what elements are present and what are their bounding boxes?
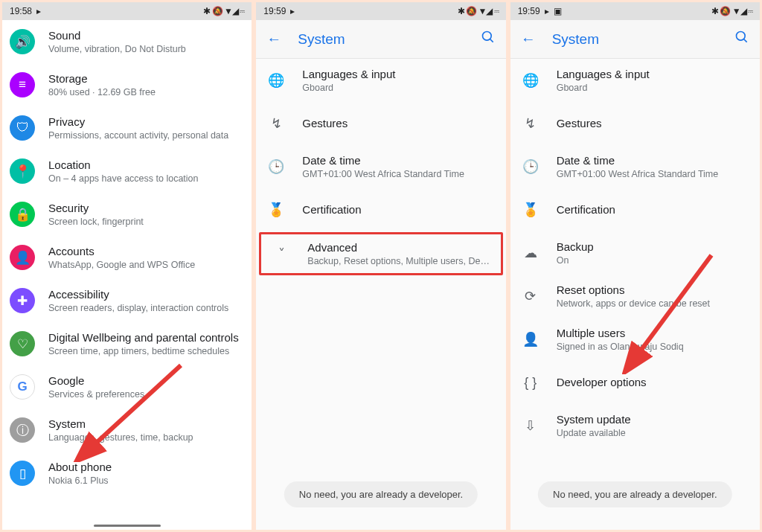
svg-line-4 [743, 39, 746, 42]
item-icon: ↯ [263, 111, 289, 136]
item-title: Certification [557, 202, 749, 217]
item-title: System [48, 417, 241, 432]
item-icon: 🕒 [263, 154, 289, 179]
system-item-reset-options[interactable]: ⟳Reset optionsNetwork, apps or device ca… [510, 275, 760, 318]
item-title: Accessibility [48, 287, 241, 302]
system-item-date-time[interactable]: 🕒Date & timeGMT+01:00 West Africa Standa… [256, 145, 505, 188]
settings-item-about-phone[interactable]: ▯About phoneNokia 6.1 Plus [2, 452, 252, 495]
gallery-icon: ▣ [554, 6, 562, 16]
nav-handle[interactable] [94, 525, 161, 527]
system-item-backup[interactable]: ☁BackupOn [510, 231, 760, 275]
clock: 19:58 [10, 6, 32, 16]
item-subtitle: Screen lock, fingerprint [48, 216, 241, 228]
item-title: Date & time [302, 153, 495, 168]
item-title: Location [48, 158, 241, 173]
item-icon: 🔊 [10, 29, 35, 54]
item-title: Digital Wellbeing and parental controls [48, 330, 241, 345]
item-title: Backup [557, 240, 749, 254]
system-item-gestures[interactable]: ↯Gestures [256, 102, 505, 145]
system-panel-collapsed: 19:59 ▸ ✱ 🔕 ▼◢ ⎓ ← System 🌐Languages & i… [256, 2, 505, 530]
item-icon: ⟳ [518, 283, 543, 309]
item-icon: ↯ [518, 111, 543, 136]
item-title: Reset options [557, 283, 749, 298]
clock: 19:59 [518, 6, 540, 16]
app-bar: ← System [510, 20, 760, 59]
svg-point-3 [736, 32, 745, 41]
system-item-multiple-users[interactable]: 👤Multiple usersSigned in as Olanrewaju S… [510, 318, 760, 361]
item-subtitle: Languages, gestures, time, backup [48, 432, 241, 443]
item-subtitle: Screen time, app timers, bedtime schedul… [48, 345, 241, 357]
settings-item-storage[interactable]: ≡Storage80% used · 12.69 GB free [2, 63, 252, 106]
svg-point-1 [482, 32, 491, 41]
system-item-system-update[interactable]: ⇩System updateUpdate available [510, 404, 760, 447]
item-title: Security [48, 201, 241, 216]
settings-item-location[interactable]: 📍LocationOn – 4 apps have access to loca… [2, 150, 252, 193]
item-subtitle: Volume, vibration, Do Not Disturb [48, 43, 241, 55]
toast: No need, you are already a developer. [284, 481, 478, 507]
item-icon: ⓘ [10, 417, 35, 443]
status-icons: ✱ 🔕 ▼◢ ⎓ [711, 6, 752, 16]
back-button[interactable]: ← [519, 31, 537, 48]
play-icon: ▸ [290, 6, 295, 16]
system-list[interactable]: 🌐Languages & inputGboard↯Gestures🕒Date &… [256, 59, 505, 530]
item-icon: 🕒 [518, 154, 543, 179]
system-item-date-time[interactable]: 🕒Date & timeGMT+01:00 West Africa Standa… [510, 145, 760, 188]
back-button[interactable]: ← [265, 31, 283, 48]
item-subtitle: GMT+01:00 West Africa Standard Time [557, 168, 749, 180]
app-bar: ← System [256, 20, 505, 59]
system-item-developer-options[interactable]: { }Developer options [510, 361, 760, 404]
status-bar: 19:58 ▸ ✱ 🔕 ▼◢ ⎓ [2, 2, 252, 20]
system-item-gestures[interactable]: ↯Gestures [510, 102, 760, 145]
system-list[interactable]: 🌐Languages & inputGboard↯Gestures🕒Date &… [510, 59, 760, 530]
item-subtitle: Gboard [557, 82, 749, 94]
item-icon: ▯ [10, 461, 35, 486]
system-item-languages-input[interactable]: 🌐Languages & inputGboard [510, 59, 760, 102]
system-item-languages-input[interactable]: 🌐Languages & inputGboard [256, 59, 505, 102]
item-icon: 🌐 [263, 68, 289, 93]
item-title: Privacy [48, 115, 241, 129]
item-title: Multiple users [557, 326, 749, 341]
item-icon: 🛡 [10, 115, 35, 141]
item-subtitle: Gboard [302, 82, 495, 94]
settings-item-google[interactable]: GGoogleServices & preferences [2, 365, 252, 408]
settings-item-accessibility[interactable]: ✚AccessibilityScreen readers, display, i… [2, 279, 252, 322]
settings-panel-1: 19:58 ▸ ✱ 🔕 ▼◢ ⎓ 🔊SoundVolume, vibration… [2, 2, 252, 530]
item-icon: 🔒 [10, 202, 35, 227]
item-icon: 🏅 [518, 197, 543, 222]
status-icons: ✱ 🔕 ▼◢ ⎓ [458, 6, 499, 16]
settings-item-accounts[interactable]: 👤AccountsWhatsApp, Google and WPS Office [2, 236, 252, 279]
item-subtitle: Permissions, account activity, personal … [48, 129, 241, 141]
item-title: Certification [302, 202, 495, 217]
settings-item-digital-wellbeing-and-parental-controls[interactable]: ♡Digital Wellbeing and parental controls… [2, 322, 252, 365]
settings-item-system[interactable]: ⓘSystemLanguages, gestures, time, backup [2, 408, 252, 452]
item-title: Advanced [307, 240, 490, 255]
settings-item-sound[interactable]: 🔊SoundVolume, vibration, Do Not Disturb [2, 20, 252, 63]
settings-item-privacy[interactable]: 🛡PrivacyPermissions, account activity, p… [2, 106, 252, 150]
item-icon: ☁ [518, 240, 543, 266]
item-subtitle: On – 4 apps have access to location [48, 173, 241, 185]
system-panel-expanded: 19:59 ▸ ▣ ✱ 🔕 ▼◢ ⎓ ← System 🌐Languages &… [510, 2, 760, 530]
item-title: Gestures [557, 116, 749, 131]
settings-item-security[interactable]: 🔒SecurityScreen lock, fingerprint [2, 193, 252, 236]
item-title: Languages & input [302, 67, 495, 82]
item-title: Sound [48, 28, 241, 43]
item-title: Gestures [302, 116, 495, 131]
search-button[interactable] [733, 30, 751, 48]
settings-list[interactable]: 🔊SoundVolume, vibration, Do Not Disturb≡… [2, 20, 252, 530]
item-title: Accounts [48, 244, 241, 259]
system-item-certification[interactable]: 🏅Certification [256, 188, 505, 231]
item-icon: 📍 [10, 158, 35, 184]
item-icon: 👤 [518, 327, 543, 352]
item-subtitle: On [557, 254, 749, 266]
item-icon: ⇩ [518, 413, 543, 438]
svg-line-2 [490, 39, 493, 42]
item-subtitle: Update available [557, 427, 749, 439]
item-subtitle: Services & preferences [48, 388, 241, 400]
search-button[interactable] [479, 30, 497, 48]
item-icon: ✚ [10, 288, 35, 313]
item-title: Developer options [557, 375, 749, 390]
system-item-advanced[interactable]: ˅AdvancedBackup, Reset options, Multiple… [259, 232, 502, 275]
item-title: Google [48, 374, 241, 388]
system-item-certification[interactable]: 🏅Certification [510, 188, 760, 231]
status-icons: ✱ 🔕 ▼◢ ⎓ [203, 6, 244, 16]
